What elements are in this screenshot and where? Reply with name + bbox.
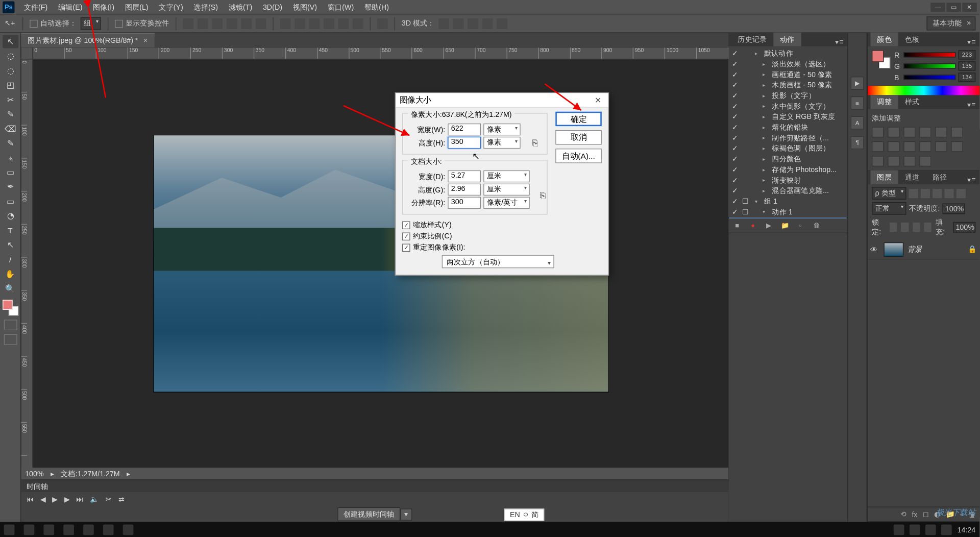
maximize-button[interactable]: ▭ — [946, 3, 961, 12]
dialog-check-icon[interactable]: ☐ — [742, 217, 750, 218]
expand-icon[interactable]: ▸ — [763, 177, 770, 183]
adjustment-icon[interactable] — [951, 141, 963, 152]
tab-history[interactable]: 历史记录 — [731, 32, 773, 46]
zoom-arrow-icon[interactable]: ▸ — [51, 469, 55, 478]
toggle-check-icon[interactable]: ✓ — [731, 59, 739, 68]
expand-icon[interactable]: ▸ — [763, 113, 770, 119]
height-input[interactable]: 350 — [448, 137, 481, 149]
action-row[interactable]: ✓☐▾组 1 — [728, 196, 847, 206]
toggle-check-icon[interactable]: ✓ — [731, 112, 739, 120]
distribute-icon[interactable] — [309, 18, 320, 29]
layer-name[interactable]: 背景 — [908, 245, 964, 254]
align-icon[interactable] — [241, 18, 252, 29]
adjustment-icon[interactable] — [919, 141, 931, 152]
opacity-value[interactable]: 100% — [943, 203, 965, 214]
taskbar-app-icon[interactable] — [103, 524, 114, 535]
toggle-check-icon[interactable]: ✓ — [731, 91, 739, 100]
tab-adjustments[interactable]: 调整 — [870, 95, 898, 109]
action-row[interactable]: ✓▸画框通道 - 50 像素 — [728, 69, 847, 80]
resolution-unit-dropdown[interactable]: 像素/英寸 — [483, 197, 530, 209]
cut-icon[interactable]: ✂ — [106, 495, 112, 504]
dialog-close-icon[interactable]: ✕ — [591, 95, 604, 105]
menu-window[interactable]: 窗口(W) — [322, 0, 359, 14]
dock-icon[interactable]: ≡ — [851, 96, 864, 110]
hand-tool[interactable]: 🔍 — [3, 282, 18, 296]
arrange-icon[interactable] — [377, 18, 388, 29]
toggle-check-icon[interactable]: ✓ — [731, 207, 739, 216]
doc-width-unit-dropdown[interactable]: 厘米 — [483, 170, 530, 182]
doc-height-input[interactable]: 2.96 — [448, 184, 481, 196]
expand-icon[interactable]: ▸ — [763, 187, 770, 193]
link-icon[interactable]: ⎘ — [538, 180, 548, 211]
expand-icon[interactable]: ▸ — [763, 166, 770, 172]
dock-icon[interactable]: ▶ — [851, 77, 864, 90]
move-tool[interactable]: ↖ — [3, 35, 18, 48]
action-row[interactable]: ✓▸淡出效果（选区） — [728, 58, 847, 69]
action-row[interactable]: ✓▸水中倒影（文字） — [728, 101, 847, 111]
distribute-icon[interactable] — [295, 18, 305, 29]
new-action-icon[interactable]: ▫ — [796, 221, 805, 230]
hue-strip[interactable] — [868, 86, 979, 95]
height-unit-dropdown[interactable]: 像素 — [483, 137, 520, 149]
expand-icon[interactable]: ▸ — [763, 145, 770, 151]
next-frame-icon[interactable]: ▶ — [64, 495, 69, 504]
value-g[interactable]: 135 — [959, 61, 976, 70]
workspace-switcher[interactable]: 基本功能 — [926, 16, 975, 30]
value-r[interactable]: 223 — [959, 50, 976, 59]
visibility-icon[interactable]: 👁 — [870, 246, 879, 254]
menu-3d[interactable]: 3D(D) — [258, 0, 288, 14]
action-row[interactable]: ✓▸存储为 Photoshop... — [728, 164, 847, 175]
stamp-tool[interactable]: ✎ — [3, 137, 18, 150]
action-row[interactable]: ✓▸四分颜色 — [728, 153, 847, 164]
cancel-button[interactable]: 取消 — [555, 130, 602, 144]
tab-swatches[interactable]: 色板 — [898, 32, 926, 46]
menu-layer[interactable]: 图层(L) — [119, 0, 154, 14]
blur-tool[interactable]: ▭ — [3, 195, 18, 208]
adjustment-icon[interactable] — [888, 156, 899, 166]
expand-icon[interactable]: ▸ — [763, 92, 770, 99]
tab-paths[interactable]: 路径 — [926, 170, 953, 184]
adjustment-icon[interactable] — [903, 127, 915, 137]
layer-filter-kind[interactable]: ρ 类型 — [872, 187, 906, 200]
type-tool[interactable]: ↖ — [3, 238, 18, 252]
dodge-tool[interactable]: ◔ — [3, 209, 18, 223]
marquee-tool[interactable]: ◌ — [3, 50, 18, 63]
dock-icon[interactable]: ¶ — [851, 136, 864, 150]
prev-frame-icon[interactable]: ◀ — [40, 495, 45, 504]
foreground-swatch[interactable] — [872, 50, 884, 62]
expand-icon[interactable]: ▾ — [763, 208, 770, 214]
width-unit-dropdown[interactable]: 像素 — [483, 124, 520, 135]
timeline-tab[interactable]: 时间轴 — [21, 480, 728, 492]
lock-icon[interactable] — [924, 223, 932, 232]
minimize-button[interactable]: — — [930, 3, 945, 12]
filter-icon[interactable] — [909, 188, 918, 198]
adjustment-icon[interactable] — [935, 141, 947, 152]
show-transform-checkbox[interactable]: 显示变换控件 — [115, 18, 169, 28]
foreground-color[interactable] — [3, 300, 12, 309]
crop-tool[interactable]: ◰ — [3, 79, 18, 92]
mode-3d-icon[interactable] — [438, 18, 449, 29]
value-b[interactable]: 134 — [959, 72, 976, 82]
mode-3d-icon[interactable] — [453, 18, 464, 29]
shape-tool[interactable]: ✋ — [3, 267, 18, 281]
adjustment-icon[interactable] — [888, 141, 899, 152]
action-row[interactable]: ✓▸混合器画笔克隆... — [728, 185, 847, 196]
action-row[interactable]: ✓▸默认动作 — [728, 47, 847, 58]
taskbar-app-icon[interactable] — [83, 524, 94, 535]
start-button[interactable] — [4, 524, 15, 535]
toggle-check-icon[interactable]: ✓ — [731, 48, 739, 57]
menu-type[interactable]: 文字(Y) — [154, 0, 188, 14]
delete-icon[interactable]: 🗑 — [812, 221, 821, 230]
status-arrow-icon[interactable]: ▸ — [127, 469, 131, 478]
last-frame-icon[interactable]: ⏭ — [76, 496, 83, 504]
panel-menu-icon[interactable]: ▾≡ — [963, 38, 979, 46]
action-row[interactable]: ✓▸棕褐色调（图层） — [728, 143, 847, 154]
tray-icon[interactable] — [942, 524, 952, 535]
menu-file[interactable]: 文件(F) — [18, 0, 53, 14]
toggle-check-icon[interactable]: ✓ — [731, 70, 739, 79]
tray-icon[interactable] — [894, 524, 904, 535]
create-timeline-dropdown[interactable]: ▾ — [400, 508, 412, 520]
tray-icon[interactable] — [910, 524, 920, 535]
vertical-ruler[interactable]: 050100150200250300350400450500550 — [21, 59, 33, 479]
history-brush-tool[interactable]: ⟁ — [3, 151, 18, 164]
